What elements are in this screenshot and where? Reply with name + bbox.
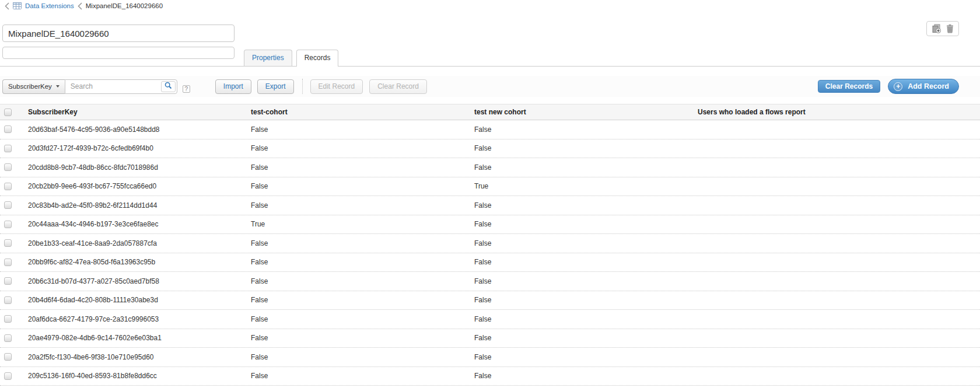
cell-test-new-cohort: False [470,239,693,247]
row-checkbox-cell [0,372,23,380]
import-button[interactable]: Import [215,79,251,94]
cell-test-new-cohort: False [470,220,693,228]
row-checkbox-cell [0,315,23,323]
row-checkbox-cell [0,125,23,133]
cell-test-cohort: False [246,353,470,361]
row-checkbox-cell [0,296,23,304]
cell-subscriber-key: 20d3fd27-172f-4939-b72c-6cfedb69f4b0 [23,144,246,152]
row-checkbox[interactable] [4,221,12,228]
cell-test-new-cohort: False [470,258,693,266]
record-actions-group [926,21,959,36]
table-row: 20d63baf-5476-4c95-9036-a90e5148bdd8 Fal… [0,120,980,139]
cell-test-cohort: False [246,315,470,323]
duplicate-icon[interactable] [932,24,942,33]
header-checkbox-cell [0,109,23,116]
row-checkbox-cell [0,353,23,361]
breadcrumb: Data Extensions MixpanelDE_1640029660 [5,1,163,11]
row-checkbox[interactable] [4,201,12,209]
row-checkbox-cell [0,183,23,190]
cell-subscriber-key: 20b6c31d-b07d-4377-a027-85c0aed7bf58 [23,277,246,285]
row-checkbox[interactable] [4,239,12,247]
cell-test-cohort: False [246,144,470,152]
data-extension-name-input[interactable] [2,25,235,42]
cell-subscriber-key: 209c5136-16f0-40ed-8593-81b8fe8dd6cc [23,372,246,380]
tab-properties[interactable]: Properties [244,50,292,66]
column-header-test-new-cohort: test new cohort [470,108,693,116]
cell-test-cohort: False [246,372,470,380]
select-all-checkbox[interactable] [4,109,12,116]
row-checkbox[interactable] [4,372,12,380]
cell-test-new-cohort: False [470,372,693,380]
cell-subscriber-key: 20ae4979-082e-4db6-9c14-7602e6e03ba1 [23,334,246,342]
add-record-label: Add Record [908,82,949,90]
table-row: 20bb9f6c-af82-47ea-805d-f6a13963c95b Fal… [0,253,980,273]
cell-subscriber-key: 20af6dca-6627-4179-97ce-2a31c9996053 [23,315,246,323]
search-button[interactable] [161,81,176,92]
cell-subscriber-key: 20c44aaa-434c-4946-b197-3e3ce6fae8ec [23,220,246,228]
cell-test-cohort: False [246,239,470,247]
table-row: 20cb2bb9-9ee6-493f-bc67-755fcca66ed0 Fal… [0,177,980,197]
chevron-down-icon [56,85,60,88]
cell-subscriber-key: 20bb9f6c-af82-47ea-805d-f6a13963c95b [23,258,246,266]
cell-subscriber-key: 20d63baf-5476-4c95-9036-a90e5148bdd8 [23,125,246,134]
tab-records[interactable]: Records [296,50,339,67]
cell-test-cohort: False [246,334,470,342]
export-button[interactable]: Export [257,79,294,94]
records-table: SubscriberKey test-cohort test new cohor… [0,104,980,386]
filter-field-dropdown[interactable]: SubscriberKey [2,79,65,94]
clear-records-button[interactable]: Clear Records [818,80,880,93]
row-checkbox[interactable] [4,334,12,342]
row-checkbox[interactable] [4,315,12,323]
cell-test-cohort: False [246,125,470,134]
cell-test-new-cohort: False [470,125,693,134]
search-icon [164,82,172,91]
back-chevron-icon[interactable] [5,2,9,10]
toolbar-right-group: Clear Records + Add Record [818,79,959,94]
clear-record-button[interactable]: Clear Record [369,79,427,94]
delete-icon[interactable] [946,24,954,33]
records-toolbar: SubscriberKey ? Import Export Edit Recor… [0,76,980,97]
cell-test-new-cohort: False [470,277,693,285]
row-checkbox-cell [0,145,23,152]
toolbar-separator [302,79,303,94]
row-checkbox-cell [0,221,23,228]
breadcrumb-separator-icon [78,2,82,10]
cell-test-new-cohort: False [470,353,693,361]
cell-test-new-cohort: False [470,163,693,172]
row-checkbox-cell [0,163,23,171]
cell-subscriber-key: 20cdd8b8-9cb7-48db-86cc-8fdc7018986d [23,163,246,172]
row-checkbox[interactable] [4,125,12,133]
filter-field-label: SubscriberKey [8,83,52,90]
edit-record-button[interactable]: Edit Record [310,79,363,94]
cell-subscriber-key: 20a2f5fc-f130-4be6-9f38-10e710e95d60 [23,353,246,361]
row-checkbox[interactable] [4,145,12,152]
table-row: 20b4d6f4-6dad-4c20-808b-1111e30abe3d Fal… [0,291,980,310]
table-row: 209c5136-16f0-40ed-8593-81b8fe8dd6cc Fal… [0,367,980,386]
cell-subscriber-key: 20c83b4b-ad2e-45f0-89b2-6f2114dd1d44 [23,201,246,210]
cell-test-new-cohort: False [470,296,693,304]
row-checkbox[interactable] [4,163,12,171]
row-checkbox[interactable] [4,259,12,266]
cell-subscriber-key: 20cb2bb9-9ee6-493f-bc67-755fcca66ed0 [23,182,246,190]
search-wrap [65,79,177,94]
table-header-row: SubscriberKey test-cohort test new cohor… [0,104,980,120]
row-checkbox[interactable] [4,296,12,304]
cell-test-cohort: False [246,296,470,304]
row-checkbox-cell [0,334,23,342]
cell-test-cohort: False [246,201,470,210]
cell-test-cohort: True [246,220,470,228]
row-checkbox[interactable] [4,277,12,285]
add-record-button[interactable]: + Add Record [888,79,959,94]
help-icon[interactable]: ? [183,85,190,93]
breadcrumb-link-data-extensions[interactable]: Data Extensions [25,2,74,9]
data-extension-grid-icon [13,2,22,9]
search-input[interactable] [65,79,177,94]
breadcrumb-current: MixpanelDE_1640029660 [86,2,163,9]
row-checkbox-cell [0,259,23,266]
cell-test-new-cohort: True [470,182,693,190]
row-checkbox[interactable] [4,183,12,190]
cell-test-new-cohort: False [470,144,693,152]
row-checkbox-cell [0,239,23,247]
table-row: 20be1b33-ceaf-41ce-8aa9-2da057887cfa Fal… [0,234,980,253]
row-checkbox[interactable] [4,353,12,361]
